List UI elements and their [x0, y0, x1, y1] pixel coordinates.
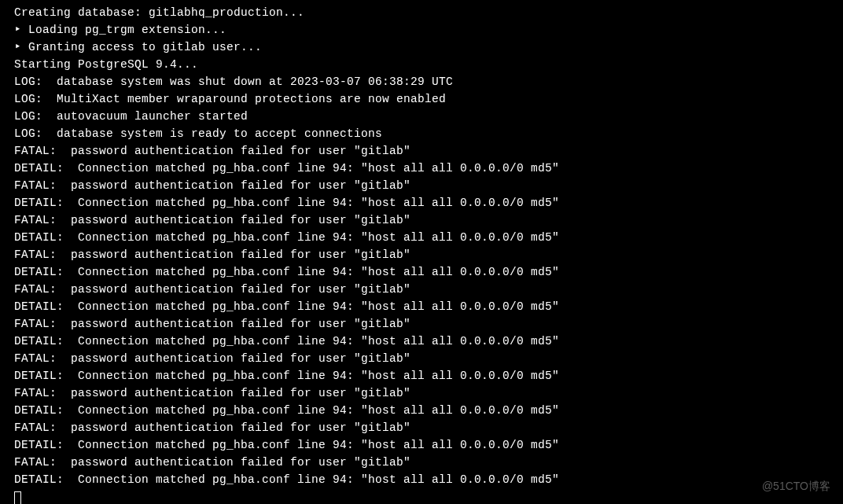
terminal-line: DETAIL: Connection matched pg_hba.conf l…: [14, 298, 829, 315]
terminal-line: FATAL: password authentication failed fo…: [14, 350, 829, 367]
terminal-line: FATAL: password authentication failed fo…: [14, 246, 829, 263]
terminal-line: LOG: database system is ready to accept …: [14, 125, 829, 142]
terminal-line: DETAIL: Connection matched pg_hba.conf l…: [14, 263, 829, 281]
terminal-line: FATAL: password authentication failed fo…: [14, 281, 829, 298]
terminal-line: Creating database: gitlabhq_production..…: [14, 4, 829, 21]
terminal-line: LOG: autovacuum launcher started: [14, 108, 829, 125]
terminal-line: DETAIL: Connection matched pg_hba.conf l…: [14, 367, 829, 384]
terminal-line: DETAIL: Connection matched pg_hba.conf l…: [14, 160, 829, 177]
terminal-line: FATAL: password authentication failed fo…: [14, 315, 829, 333]
terminal-line: FATAL: password authentication failed fo…: [14, 177, 829, 194]
terminal-line: DETAIL: Connection matched pg_hba.conf l…: [14, 436, 829, 454]
terminal-line: ‣ Granting access to gitlab user...: [14, 39, 829, 56]
terminal-line: FATAL: password authentication failed fo…: [14, 419, 829, 436]
watermark: @51CTO博客: [762, 477, 830, 495]
terminal-line: LOG: database system was shut down at 20…: [14, 73, 829, 90]
terminal-line: DETAIL: Connection matched pg_hba.conf l…: [14, 229, 829, 246]
terminal-line: Starting PostgreSQL 9.4...: [14, 56, 829, 73]
terminal-cursor: [14, 491, 21, 504]
terminal-line: DETAIL: Connection matched pg_hba.conf l…: [14, 333, 829, 350]
terminal-line: DETAIL: Connection matched pg_hba.conf l…: [14, 402, 829, 419]
terminal-line: FATAL: password authentication failed fo…: [14, 212, 829, 229]
terminal-line: ‣ Loading pg_trgm extension...: [14, 21, 829, 39]
terminal-line: FATAL: password authentication failed fo…: [14, 384, 829, 402]
terminal-line: FATAL: password authentication failed fo…: [14, 142, 829, 160]
terminal-line: DETAIL: Connection matched pg_hba.conf l…: [14, 471, 829, 488]
terminal-output[interactable]: Creating database: gitlabhq_production..…: [14, 4, 829, 488]
terminal-line: FATAL: password authentication failed fo…: [14, 454, 829, 471]
terminal-line: DETAIL: Connection matched pg_hba.conf l…: [14, 194, 829, 212]
terminal-line: LOG: MultiXact member wraparound protect…: [14, 90, 829, 108]
